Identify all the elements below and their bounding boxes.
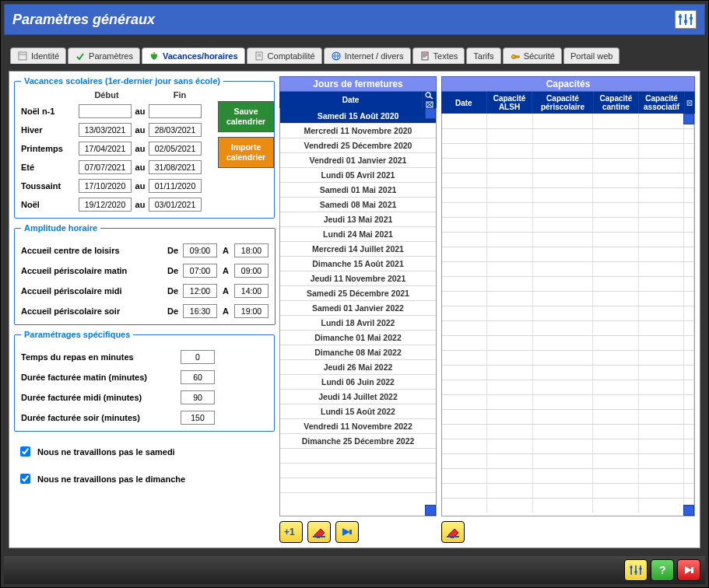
closure-row[interactable]: Samedi 15 Août 2020 <box>280 108 436 123</box>
capacity-row[interactable] <box>442 217 694 232</box>
vac-fin-input[interactable] <box>149 123 202 137</box>
next-button[interactable] <box>335 521 359 543</box>
capacity-row[interactable] <box>442 365 694 380</box>
vac-debut-input[interactable] <box>79 179 132 193</box>
tab-identit-[interactable]: Identité <box>10 47 66 64</box>
capacity-row[interactable] <box>442 187 694 202</box>
closure-row[interactable]: Mercredi 14 Juillet 2021 <box>280 241 436 256</box>
closure-row[interactable] <box>280 463 436 478</box>
spec-value-input[interactable] <box>181 411 215 425</box>
closure-row[interactable]: Samedi 01 Janvier 2022 <box>280 300 436 315</box>
closure-row[interactable]: Lundi 24 Mai 2021 <box>280 226 436 241</box>
capacity-row[interactable] <box>442 173 694 187</box>
vac-debut-input[interactable] <box>79 123 132 137</box>
closure-row[interactable]: Vendredi 01 Janvier 2021 <box>280 152 436 167</box>
amp-to-input[interactable] <box>234 304 269 318</box>
amp-from-input[interactable] <box>183 304 217 318</box>
footer-help-button[interactable]: ? <box>651 559 674 581</box>
capacity-row[interactable] <box>442 424 694 439</box>
closure-row[interactable] <box>280 448 436 463</box>
amp-to-input[interactable] <box>234 284 269 298</box>
capacity-row[interactable] <box>442 202 694 217</box>
tab-s-curit-[interactable]: Sécurité <box>503 47 562 64</box>
capacity-row[interactable] <box>442 232 694 247</box>
tab-tarifs[interactable]: Tarifs <box>466 47 500 64</box>
capacity-row[interactable] <box>442 261 694 276</box>
capacity-row[interactable] <box>442 128 694 143</box>
closure-row[interactable] <box>280 478 436 492</box>
spec-value-input[interactable] <box>181 390 215 404</box>
add-row-button[interactable]: +1 <box>279 521 303 543</box>
closure-row[interactable]: Mercredi 11 Novembre 2020 <box>280 123 436 138</box>
vac-fin-input[interactable] <box>149 179 202 193</box>
th-date[interactable]: Date <box>279 92 423 108</box>
delete-row-button[interactable] <box>307 521 331 543</box>
capacity-row[interactable] <box>442 158 694 173</box>
capacity-row[interactable] <box>442 453 694 468</box>
save-calendar-button[interactable]: Sauve calendrier <box>218 101 274 132</box>
capacity-row[interactable] <box>442 380 694 394</box>
footer-settings-button[interactable] <box>624 559 648 581</box>
closure-row[interactable]: Samedi 08 Mai 2021 <box>280 197 436 212</box>
capacity-row[interactable] <box>442 468 694 483</box>
closure-row[interactable]: Jeudi 26 Mai 2022 <box>280 359 436 374</box>
amp-to-input[interactable] <box>234 264 269 278</box>
spec-value-input[interactable] <box>181 370 215 384</box>
th-capacite[interactable]: Capacité cantine <box>594 92 640 114</box>
capacity-row[interactable] <box>442 276 694 291</box>
delete-capacity-button[interactable] <box>441 521 465 543</box>
capacity-row[interactable] <box>442 439 694 453</box>
scroll-up-icon[interactable] <box>683 114 694 124</box>
capacity-row[interactable] <box>442 498 694 513</box>
capacity-row[interactable] <box>442 306 694 320</box>
closure-row[interactable]: Vendredi 11 Novembre 2022 <box>280 418 436 433</box>
search-icon[interactable] <box>425 92 434 100</box>
import-calendar-button[interactable]: Importe calendrier <box>218 137 274 168</box>
capacity-row[interactable] <box>442 114 694 128</box>
delete-icon[interactable] <box>425 100 434 108</box>
closure-row[interactable]: Lundi 06 Juin 2022 <box>280 374 436 389</box>
capacity-row[interactable] <box>442 320 694 335</box>
tab-vacances-horaires[interactable]: Vacances/horaires <box>142 47 245 64</box>
fermetures-body[interactable]: Samedi 15 Août 2020Mercredi 11 Novembre … <box>279 108 437 516</box>
closure-row[interactable]: Dimanche 01 Mai 2022 <box>280 330 436 345</box>
closure-row[interactable]: Dimanche 25 Décembre 2022 <box>280 433 436 448</box>
th-capacite[interactable]: Capacité associatif <box>639 92 685 114</box>
vac-debut-input[interactable] <box>79 104 132 118</box>
capacity-row[interactable] <box>442 143 694 158</box>
capacity-row[interactable] <box>442 247 694 261</box>
capacity-row[interactable] <box>442 335 694 350</box>
vac-debut-input[interactable] <box>79 160 132 174</box>
vac-debut-input[interactable] <box>79 142 132 156</box>
tab-portail-web[interactable]: Portail web <box>563 47 619 64</box>
closure-row[interactable]: Samedi 01 Mai 2021 <box>280 182 436 197</box>
amp-from-input[interactable] <box>183 284 217 298</box>
vac-debut-input[interactable] <box>79 198 132 212</box>
closure-row[interactable]: Samedi 25 Décembre 2021 <box>280 285 436 300</box>
amp-from-input[interactable] <box>183 243 217 257</box>
closure-row[interactable]: Dimanche 08 Mai 2022 <box>280 345 436 359</box>
capacity-row[interactable] <box>442 291 694 306</box>
amp-from-input[interactable] <box>183 264 217 278</box>
capacites-body[interactable] <box>441 114 695 516</box>
vac-fin-input[interactable] <box>149 104 202 118</box>
closure-row[interactable]: Jeudi 11 Novembre 2021 <box>280 271 436 285</box>
footer-close-button[interactable] <box>677 559 700 581</box>
closure-row[interactable]: Vendredi 25 Décembre 2020 <box>280 138 436 152</box>
closure-row[interactable]: Dimanche 15 Août 2021 <box>280 256 436 271</box>
chk-dimanche[interactable]: Nous ne travaillons pas le dimanche <box>17 471 275 486</box>
scroll-down-icon[interactable] <box>425 505 436 516</box>
closure-row[interactable]: Lundi 15 Août 2022 <box>280 404 436 418</box>
chk-samedi[interactable]: Nous ne travaillons pas le samedi <box>17 444 275 459</box>
vac-fin-input[interactable] <box>149 142 202 156</box>
capacity-row[interactable] <box>442 483 694 498</box>
capacity-row[interactable] <box>442 409 694 424</box>
closure-row[interactable]: Lundi 05 Avril 2021 <box>280 167 436 182</box>
scroll-up-icon[interactable] <box>425 108 436 119</box>
closure-row[interactable]: Jeudi 13 Mai 2021 <box>280 212 436 226</box>
amp-to-input[interactable] <box>234 243 269 257</box>
vac-fin-input[interactable] <box>149 198 202 212</box>
closure-row[interactable]: Jeudi 14 Juillet 2022 <box>280 389 436 404</box>
settings-icon-button[interactable] <box>675 10 697 29</box>
capacity-row[interactable] <box>442 350 694 365</box>
